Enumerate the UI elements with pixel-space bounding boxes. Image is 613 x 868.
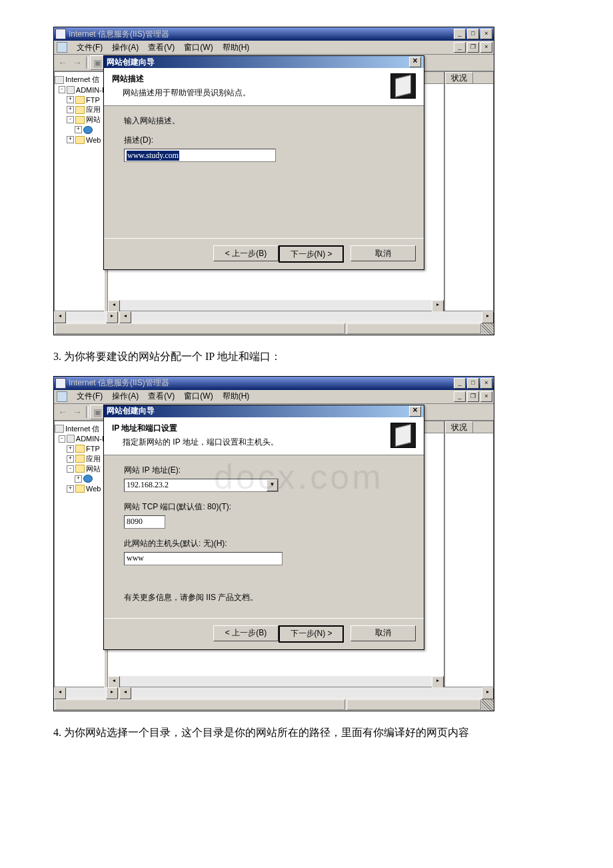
- scroll-right-button[interactable]: ▸: [432, 300, 444, 312]
- mdi-restore-button[interactable]: ❐: [467, 42, 479, 53]
- tree-apppool[interactable]: 应用: [86, 454, 101, 464]
- collapse-icon[interactable]: -: [67, 465, 74, 473]
- collapse-icon[interactable]: -: [59, 435, 65, 443]
- hostheader-label: 此网站的主机头(默认: 无)(H):: [124, 538, 404, 549]
- prompt-label: 输入网站描述。: [124, 115, 404, 127]
- caption-4: 4. 为你网站选择一个目录，这个目录是你的网站所在的路径，里面有你编译好的网页内…: [53, 723, 560, 743]
- menu-window[interactable]: 窗口(W): [180, 389, 217, 403]
- window-title: Internet 信息服务(IIS)管理器: [69, 29, 454, 40]
- app-icon: [55, 29, 66, 39]
- expand-icon[interactable]: +: [67, 445, 74, 453]
- tree-scroll-right[interactable]: ▸: [106, 311, 118, 323]
- column-header-status[interactable]: 状况: [445, 72, 473, 84]
- collapse-icon[interactable]: -: [59, 86, 65, 93]
- wizard-title: 网站创建向导: [107, 405, 155, 417]
- computer-icon: [67, 435, 75, 443]
- hostheader-input[interactable]: www: [124, 552, 283, 565]
- tree-scroll-right[interactable]: ▸: [106, 687, 118, 699]
- port-input[interactable]: 8090: [124, 515, 165, 529]
- tree-websites[interactable]: 网站: [86, 115, 101, 125]
- scroll-left-button[interactable]: ◂: [108, 676, 120, 688]
- folder-icon: [75, 106, 85, 114]
- scroll-left-button[interactable]: ◂: [108, 300, 120, 312]
- menu-file[interactable]: 文件(F): [73, 389, 107, 403]
- expand-icon[interactable]: +: [67, 455, 74, 463]
- list-scroll-left[interactable]: ◂: [119, 311, 131, 323]
- mdi-close-button[interactable]: ×: [480, 391, 492, 402]
- menu-help[interactable]: 帮助(H): [219, 41, 254, 55]
- tree-pane[interactable]: Internet 信 -ADMIN-I +FTP +应用 -网站 + +Web: [54, 71, 104, 311]
- tree-web[interactable]: Web: [86, 136, 101, 144]
- description-input[interactable]: www.study.com: [124, 149, 276, 162]
- expand-icon[interactable]: +: [75, 126, 82, 133]
- mdi-icon: [57, 391, 67, 402]
- menu-help[interactable]: 帮助(H): [219, 389, 254, 403]
- description-label: 描述(D):: [124, 135, 404, 146]
- close-button[interactable]: ×: [480, 378, 492, 389]
- minimize-button[interactable]: _: [454, 378, 466, 389]
- back-button[interactable]: < 上一步(B): [213, 245, 279, 261]
- mdi-restore-button[interactable]: ❐: [467, 391, 479, 402]
- expand-icon[interactable]: +: [67, 106, 74, 113]
- tree-apppool[interactable]: 应用: [86, 105, 101, 115]
- folder-icon: [75, 445, 85, 453]
- chevron-down-icon[interactable]: ▼: [267, 479, 278, 491]
- list-scroll-right[interactable]: ▸: [482, 687, 494, 699]
- column-header-status[interactable]: 状况: [445, 421, 473, 433]
- menu-action[interactable]: 操作(A): [108, 389, 143, 403]
- wizard-close-button[interactable]: ×: [409, 57, 421, 67]
- ip-value: 192.168.23.2: [125, 480, 267, 490]
- menu-file[interactable]: 文件(F): [73, 41, 107, 55]
- menu-window[interactable]: 窗口(W): [180, 41, 217, 55]
- next-button[interactable]: 下一步(N) >: [279, 245, 344, 263]
- maximize-button[interactable]: □: [467, 29, 479, 39]
- folder-icon: [75, 455, 85, 463]
- show-tree-button[interactable]: ▣: [90, 405, 105, 419]
- tree-root[interactable]: Internet 信: [65, 75, 99, 85]
- wizard-close-button[interactable]: ×: [409, 406, 421, 417]
- tree-root[interactable]: Internet 信: [65, 424, 99, 434]
- scroll-right-button[interactable]: ▸: [432, 676, 444, 688]
- back-button[interactable]: ←: [55, 405, 70, 419]
- titlebar: Internet 信息服务(IIS)管理器 _ □ ×: [54, 27, 494, 41]
- ip-select[interactable]: 192.168.23.2 ▼: [124, 479, 279, 492]
- cancel-button[interactable]: 取消: [350, 625, 416, 641]
- tree-server[interactable]: ADMIN-I: [76, 435, 104, 443]
- minimize-button[interactable]: _: [454, 29, 466, 39]
- menu-view[interactable]: 查看(V): [144, 389, 179, 403]
- tree-scroll-left[interactable]: ◂: [54, 687, 66, 699]
- wizard-banner-icon: [390, 423, 416, 448]
- tree-scroll-left[interactable]: ◂: [54, 311, 66, 323]
- expand-icon[interactable]: +: [67, 136, 74, 143]
- tree-server[interactable]: ADMIN-I: [76, 86, 104, 94]
- next-button[interactable]: 下一步(N) >: [279, 625, 344, 643]
- show-tree-button[interactable]: ▣: [90, 55, 105, 70]
- tree-ftp[interactable]: FTP: [86, 445, 100, 453]
- tree-pane[interactable]: Internet 信 -ADMIN-I +FTP +应用 -网站 + +Web: [54, 421, 104, 687]
- tree-websites[interactable]: 网站: [86, 464, 101, 474]
- mdi-minimize-button[interactable]: _: [454, 391, 466, 402]
- mdi-minimize-button[interactable]: _: [454, 42, 466, 53]
- menu-action[interactable]: 操作(A): [108, 41, 143, 55]
- cancel-button[interactable]: 取消: [350, 245, 416, 261]
- back-button[interactable]: ←: [55, 55, 70, 70]
- wizard-heading: 网站描述: [112, 73, 390, 85]
- list-scroll-right[interactable]: ▸: [482, 311, 494, 323]
- close-button[interactable]: ×: [480, 29, 492, 39]
- expand-icon[interactable]: +: [67, 485, 74, 493]
- tree-ftp[interactable]: FTP: [86, 96, 100, 104]
- tree-web[interactable]: Web: [86, 485, 101, 493]
- wizard-titlebar: 网站创建向导 ×: [104, 56, 424, 68]
- forward-button[interactable]: →: [70, 55, 85, 70]
- maximize-button[interactable]: □: [467, 378, 479, 389]
- list-scroll-left[interactable]: ◂: [119, 687, 131, 699]
- back-button[interactable]: < 上一步(B): [213, 625, 279, 641]
- mdi-close-button[interactable]: ×: [480, 42, 492, 53]
- forward-button[interactable]: →: [70, 405, 85, 419]
- menu-view[interactable]: 查看(V): [144, 41, 179, 55]
- expand-icon[interactable]: +: [67, 96, 74, 103]
- folder-icon: [75, 116, 85, 124]
- expand-icon[interactable]: +: [75, 475, 82, 483]
- hostheader-value: www: [127, 553, 144, 563]
- collapse-icon[interactable]: -: [67, 116, 74, 123]
